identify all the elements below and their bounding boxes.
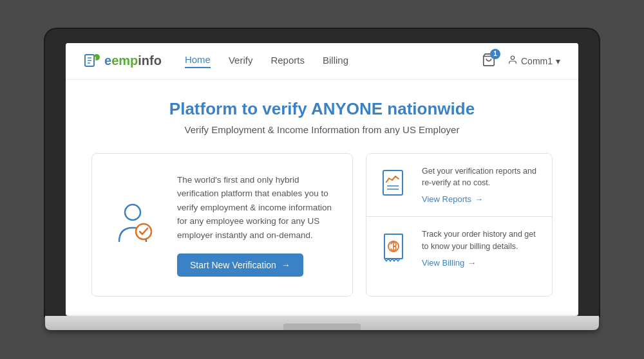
laptop-base	[45, 316, 599, 330]
laptop-container: i eempinfo Home Verify Reports Billing	[45, 29, 599, 331]
left-card-description: The world's first and only hybrid verifi…	[177, 173, 334, 243]
main-nav: Home Verify Reports Billing	[185, 54, 482, 68]
reports-icon	[378, 168, 412, 201]
nav-reports[interactable]: Reports	[270, 55, 305, 68]
view-reports-link[interactable]: View Reports →	[422, 194, 483, 204]
user-icon	[507, 55, 518, 67]
nav-home[interactable]: Home	[185, 54, 211, 68]
reports-arrow-icon: →	[475, 194, 483, 204]
verify-illustration	[110, 198, 162, 252]
reports-card: Get your verification reports and re-ver…	[366, 154, 552, 217]
reports-card-content: Get your verification reports and re-ver…	[422, 165, 540, 205]
nav-verify[interactable]: Verify	[229, 55, 253, 68]
billing-arrow-icon: →	[468, 258, 476, 268]
svg-text:i: i	[95, 55, 96, 61]
user-label: Comm1	[521, 56, 553, 66]
billing-description: Track your order history and get to know…	[422, 228, 540, 253]
left-card: The world's first and only hybrid verifi…	[91, 153, 353, 297]
svg-point-7	[511, 56, 514, 59]
user-menu[interactable]: Comm1 ▾	[507, 55, 560, 67]
laptop-notch	[283, 324, 361, 330]
logo: i eempinfo	[84, 52, 162, 70]
cart-button[interactable]: 1	[482, 53, 496, 69]
app-header: i eempinfo Home Verify Reports Billing	[66, 43, 578, 80]
nav-billing[interactable]: Billing	[323, 55, 348, 68]
header-right: 1 Comm1 ▾	[482, 53, 560, 69]
hero-title: Platform to verify ANYONE nationwide	[91, 99, 553, 119]
view-billing-label: View Billing	[422, 258, 464, 268]
cards-section: The world's first and only hybrid verifi…	[91, 153, 553, 297]
billing-card-content: Track your order history and get to know…	[422, 228, 540, 268]
view-billing-link[interactable]: View Billing →	[422, 258, 476, 268]
view-reports-label: View Reports	[422, 194, 471, 204]
logo-text: eempinfo	[104, 53, 162, 68]
billing-icon	[378, 232, 412, 265]
start-verification-button[interactable]: Start New Verification →	[177, 253, 303, 277]
left-card-content: The world's first and only hybrid verifi…	[177, 173, 334, 277]
main-content: Platform to verify ANYONE nationwide Ver…	[66, 80, 578, 317]
hero-subtitle: Verify Employment & Income Information f…	[91, 124, 553, 135]
svg-rect-10	[383, 170, 402, 195]
cart-badge: 1	[490, 49, 500, 59]
screen: i eempinfo Home Verify Reports Billing	[66, 43, 578, 317]
svg-point-8	[125, 205, 140, 220]
billing-card: Track your order history and get to know…	[366, 217, 552, 280]
hero-section: Platform to verify ANYONE nationwide Ver…	[91, 99, 553, 135]
chevron-down-icon: ▾	[556, 56, 560, 66]
start-verification-label: Start New Verification	[190, 260, 276, 270]
reports-description: Get your verification reports and re-ver…	[422, 165, 540, 190]
right-cards: Get your verification reports and re-ver…	[366, 153, 553, 297]
screen-bezel: i eempinfo Home Verify Reports Billing	[45, 29, 599, 317]
arrow-icon: →	[281, 260, 290, 270]
